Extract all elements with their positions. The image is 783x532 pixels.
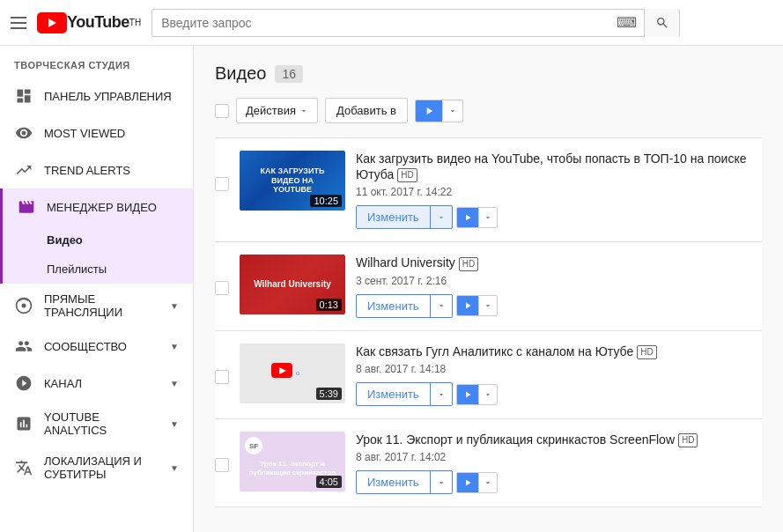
mini-play-icon-4 — [457, 473, 478, 492]
content-area: Видео 16 Действия Добавить в — [194, 46, 783, 532]
mini-play-triangle-2 — [462, 300, 473, 311]
sidebar-item-trend-alerts[interactable]: TREND ALERTS — [0, 151, 193, 188]
video-checkbox-4[interactable] — [215, 458, 229, 472]
video-checkbox-2[interactable] — [215, 281, 229, 295]
mini-play-icon-1 — [457, 208, 478, 227]
logo-sup: TH — [129, 18, 141, 27]
mini-chevron-2 — [484, 301, 492, 310]
yt-logo-icon — [37, 12, 67, 33]
mini-play-icon-3 — [457, 385, 478, 404]
edit-chevron-icon-1 — [437, 213, 446, 222]
keyboard-icon[interactable]: ⌨ — [609, 14, 644, 31]
localization-chevron-icon: ▼ — [170, 463, 179, 473]
video-manager-section: МЕНЕДЖЕР ВИДЕО Видео Плейлисты — [0, 188, 193, 284]
play-chevron-icon — [448, 107, 457, 115]
table-row: SF Урок 11. Экспорт и публикация скринка… — [215, 419, 762, 507]
sidebar-item-localization-label: ЛОКАЛИЗАЦИЯ И СУБТИТРЫ — [44, 454, 159, 481]
sidebar-item-video-manager-label: МЕНЕДЖЕР ВИДЕО — [47, 201, 157, 214]
page-title: Видео — [215, 63, 266, 84]
mini-play-drop-3[interactable] — [478, 386, 497, 403]
thumb-duration-3: 5:39 — [316, 388, 342, 400]
mini-play-triangle-3 — [462, 389, 473, 400]
video-actions-4: Изменить — [356, 470, 762, 494]
sidebar-item-live[interactable]: ПРЯМЫЕ ТРАНСЛЯЦИИ ▼ — [0, 284, 193, 328]
video-date-1: 11 окт. 2017 г. 14:22 — [356, 186, 762, 198]
video-checkbox-3[interactable] — [215, 370, 229, 384]
hd-badge-2: HD — [459, 257, 478, 271]
edit-dropdown-1[interactable] — [431, 209, 452, 226]
video-date-4: 8 авг. 2017 г. 14:02 — [356, 451, 762, 463]
play-icon — [416, 100, 442, 122]
video-thumbnail-1[interactable]: КАК ЗАГРУЗИТЬВИДЕО НАYOUTUBE 10:25 — [240, 151, 345, 211]
video-title-4: Урок 11. Экспорт и публикация скринкасто… — [356, 432, 762, 447]
video-thumbnail-4[interactable]: SF Урок 11. Экспорт и публикация скринка… — [240, 432, 345, 491]
video-thumbnail-2[interactable]: Wilhard University 0:13 — [240, 255, 345, 314]
search-button[interactable] — [644, 9, 679, 37]
mini-play-drop-2[interactable] — [478, 297, 497, 314]
sidebar-subitem-videos[interactable]: Видео — [3, 225, 193, 255]
sidebar-item-localization[interactable]: ЛОКАЛИЗАЦИЯ И СУБТИТРЫ ▼ — [0, 446, 193, 490]
mini-play-drop-1[interactable] — [478, 209, 497, 226]
edit-button-4[interactable]: Изменить — [356, 470, 453, 494]
edit-button-label-3: Изменить — [357, 383, 431, 405]
svg-text:G: G — [296, 371, 300, 376]
video-title-1: Как загрузить видео на YouTube, чтобы по… — [356, 151, 762, 182]
thumb-duration-1: 10:25 — [310, 195, 342, 207]
mini-play-3[interactable] — [456, 384, 498, 405]
mini-chevron-3 — [484, 390, 492, 399]
select-all-checkbox[interactable] — [215, 104, 229, 118]
video-date-3: 8 авг. 2017 г. 14:18 — [356, 363, 762, 375]
sidebar-item-analytics[interactable]: YOUTUBE ANALYTICS ▼ — [0, 402, 193, 446]
analytics-chevron-icon: ▼ — [170, 419, 179, 429]
youtube-logo: YouTubeTH — [37, 12, 141, 33]
edit-button-label-4: Изменить — [357, 471, 431, 493]
topbar: YouTubeTH ⌨ — [0, 0, 783, 46]
edit-button-1[interactable]: Изменить — [356, 205, 453, 229]
sidebar-subitem-playlists[interactable]: Плейлисты — [3, 255, 193, 284]
actions-dropdown[interactable]: Действия — [236, 98, 318, 123]
play-button-group[interactable] — [415, 100, 463, 122]
edit-dropdown-3[interactable] — [431, 386, 452, 403]
sidebar-item-analytics-label: YOUTUBE ANALYTICS — [44, 410, 159, 437]
play-dropdown[interactable] — [442, 102, 462, 120]
chart-icon — [14, 414, 33, 433]
sidebar-item-channel[interactable]: КАНАЛ ▼ — [0, 365, 193, 402]
search-bar: ⌨ — [151, 9, 680, 37]
video-checkbox-1[interactable] — [215, 177, 229, 191]
sidebar-section-title: ТВОРЧЕСКАЯ СТУДИЯ — [0, 46, 193, 78]
mini-play-1[interactable] — [456, 207, 498, 228]
logo-text: YouTube — [67, 13, 129, 32]
edit-chevron-icon-4 — [437, 478, 446, 487]
dashboard-icon — [14, 86, 33, 106]
search-input[interactable] — [152, 16, 609, 30]
mini-play-drop-4[interactable] — [478, 474, 497, 491]
mini-play-triangle-4 — [462, 477, 473, 488]
hamburger-menu[interactable] — [11, 17, 26, 29]
edit-button-label-1: Изменить — [357, 206, 431, 228]
edit-button-3[interactable]: Изменить — [356, 382, 453, 406]
hd-badge-1: HD — [397, 168, 417, 182]
video-list: КАК ЗАГРУЗИТЬВИДЕО НАYOUTUBE 10:25 Как з… — [215, 137, 762, 507]
edit-chevron-icon-2 — [437, 301, 446, 310]
video-count-badge: 16 — [275, 65, 303, 83]
thumb-google-icon-3: G — [296, 365, 314, 382]
main-layout: ТВОРЧЕСКАЯ СТУДИЯ ПАНЕЛЬ УПРАВЛЕНИЯ MOST… — [0, 46, 783, 532]
add-to-button[interactable]: Добавить в — [325, 98, 408, 123]
sidebar-item-most-viewed[interactable]: MOST VIEWED — [0, 115, 193, 151]
sidebar-item-trend-alerts-label: TREND ALERTS — [44, 164, 130, 177]
svg-point-2 — [22, 304, 26, 308]
edit-button-2[interactable]: Изменить — [356, 294, 453, 318]
edit-dropdown-2[interactable] — [431, 297, 452, 314]
sidebar-item-community[interactable]: СООБЩЕСТВО ▼ — [0, 328, 193, 365]
mini-play-2[interactable] — [456, 295, 498, 316]
mini-chevron-4 — [484, 478, 492, 487]
sidebar: ТВОРЧЕСКАЯ СТУДИЯ ПАНЕЛЬ УПРАВЛЕНИЯ MOST… — [0, 46, 194, 532]
sidebar-item-dashboard[interactable]: ПАНЕЛЬ УПРАВЛЕНИЯ — [0, 78, 193, 115]
video-thumbnail-3[interactable]: G 5:39 — [240, 344, 345, 403]
mini-play-4[interactable] — [456, 472, 498, 493]
thumb-duration-4: 4:05 — [316, 476, 342, 488]
sidebar-item-video-manager[interactable]: МЕНЕДЖЕР ВИДЕО — [3, 188, 193, 225]
video-title-3: Как связать Гугл Аналитикс с каналом на … — [356, 344, 762, 359]
add-to-label: Добавить в — [336, 104, 396, 117]
edit-dropdown-4[interactable] — [431, 474, 452, 491]
